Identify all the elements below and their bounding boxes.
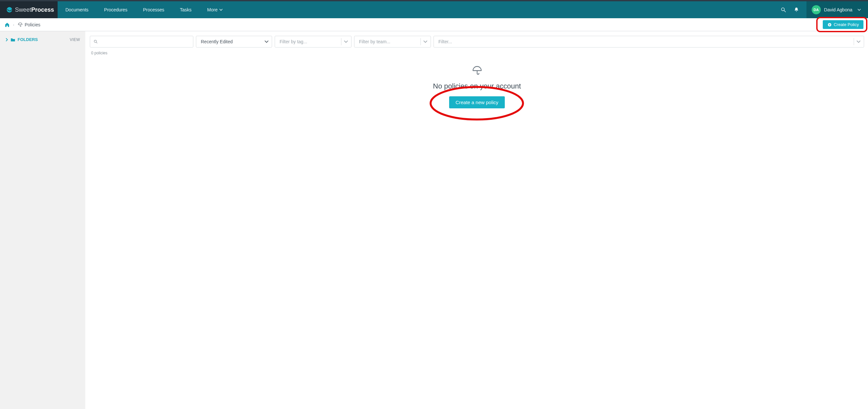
brand-text-bold: Process: [31, 6, 54, 13]
user-name: David Agbona: [824, 7, 852, 12]
nav-more[interactable]: More: [199, 1, 231, 18]
sidebar-folders-toggle[interactable]: FOLDERS: [5, 37, 38, 42]
nav-tasks[interactable]: Tasks: [172, 1, 199, 18]
svg-line-5: [96, 42, 97, 43]
chevron-down-icon: [421, 38, 427, 45]
umbrella-icon: [472, 65, 483, 76]
create-policy-label: Create Policy: [834, 22, 859, 27]
chevron-down-icon: [265, 40, 269, 43]
nav-label: Tasks: [180, 7, 192, 12]
sort-select[interactable]: Recently Edited: [196, 36, 272, 48]
bell-icon[interactable]: [794, 7, 799, 13]
create-policy-button[interactable]: Create Policy: [823, 20, 863, 29]
create-new-policy-button[interactable]: Create a new policy: [449, 96, 505, 108]
content: Recently Edited Filter by tag... Filter …: [85, 31, 868, 409]
empty-state-title: No policies on your account: [433, 82, 521, 90]
user-menu[interactable]: DA David Agbona: [806, 1, 868, 18]
sidebar-folders-label: FOLDERS: [18, 37, 38, 42]
plus-circle-icon: [827, 23, 832, 27]
filter-team-placeholder: Filter by team...: [359, 39, 390, 44]
chevron-down-icon: [341, 38, 348, 45]
svg-point-1: [781, 8, 784, 11]
avatar-initials: DA: [814, 8, 819, 12]
filter-tag-placeholder: Filter by tag...: [280, 39, 307, 44]
filter-team-select[interactable]: Filter by team...: [354, 36, 431, 48]
folder-icon: [10, 37, 16, 42]
sort-select-value: Recently Edited: [201, 39, 233, 44]
filter-tag-select[interactable]: Filter by tag...: [275, 36, 351, 48]
sidebar: FOLDERS VIEW: [0, 31, 85, 409]
create-policy-wrap: Create Policy: [823, 20, 863, 29]
filter-generic-select[interactable]: Filter...: [434, 36, 864, 48]
filter-generic-placeholder: Filter...: [438, 39, 452, 44]
svg-line-2: [784, 10, 786, 12]
nav-label: Processes: [143, 7, 164, 12]
nav-label: Documents: [65, 7, 89, 12]
nav-label: Procedures: [104, 7, 128, 12]
svg-point-4: [94, 40, 96, 42]
top-nav: SweetProcess Documents Procedures Proces…: [0, 0, 868, 18]
search-input[interactable]: [100, 39, 190, 44]
brand[interactable]: SweetProcess: [0, 1, 58, 18]
sub-header: › Policies Create Policy: [0, 18, 868, 31]
avatar: DA: [812, 5, 821, 14]
primary-nav: Documents Procedures Processes Tasks Mor…: [58, 1, 773, 18]
umbrella-icon: [18, 22, 23, 27]
search-icon[interactable]: [780, 7, 786, 13]
logo-icon: [6, 6, 13, 13]
search-icon: [93, 39, 98, 44]
breadcrumb-separator: ›: [13, 23, 14, 27]
search-input-wrap[interactable]: [90, 36, 193, 48]
create-new-policy-label: Create a new policy: [456, 100, 499, 105]
main-layout: FOLDERS VIEW Recently Edited Filter by t…: [0, 31, 868, 409]
breadcrumb-current: Policies: [18, 22, 40, 27]
nav-documents[interactable]: Documents: [58, 1, 96, 18]
sidebar-folders-row: FOLDERS VIEW: [5, 37, 80, 42]
top-utility-icons: [773, 1, 806, 18]
brand-text-light: Sweet: [15, 6, 31, 13]
empty-state-cta-wrap: Create a new policy: [449, 96, 505, 108]
nav-processes[interactable]: Processes: [135, 1, 172, 18]
chevron-down-icon: [219, 8, 223, 11]
filter-bar: Recently Edited Filter by tag... Filter …: [90, 36, 864, 48]
home-icon[interactable]: [5, 22, 10, 27]
chevron-down-icon: [854, 38, 861, 45]
empty-state: No policies on your account Create a new…: [90, 65, 864, 108]
chevron-down-icon: [858, 8, 861, 11]
breadcrumb-label: Policies: [25, 22, 40, 27]
results-count: 0 policies: [91, 51, 864, 55]
breadcrumb: › Policies: [5, 22, 40, 27]
sidebar-view-link[interactable]: VIEW: [70, 37, 80, 42]
nav-label: More: [207, 7, 218, 12]
brand-text: SweetProcess: [15, 6, 54, 13]
nav-procedures[interactable]: Procedures: [96, 1, 135, 18]
chevron-right-icon: [5, 38, 8, 41]
